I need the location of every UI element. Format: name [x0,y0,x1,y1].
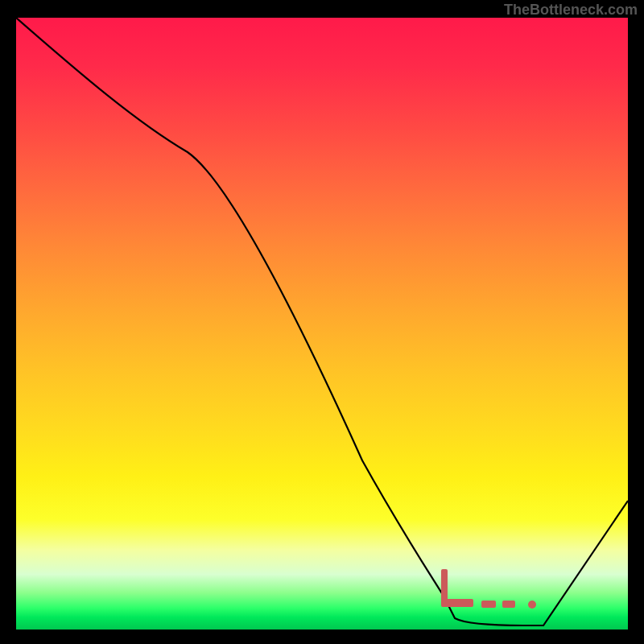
chart-plot-area [16,18,628,630]
marker-l-bottom [441,599,473,607]
watermark-text: TheBottleneck.com [504,2,638,19]
marker-vertical [441,569,448,601]
marker-dash-1 [481,601,496,608]
chart-line-curve [16,18,628,630]
marker-dash-2 [502,601,515,608]
marker-dot-1 [528,601,536,609]
